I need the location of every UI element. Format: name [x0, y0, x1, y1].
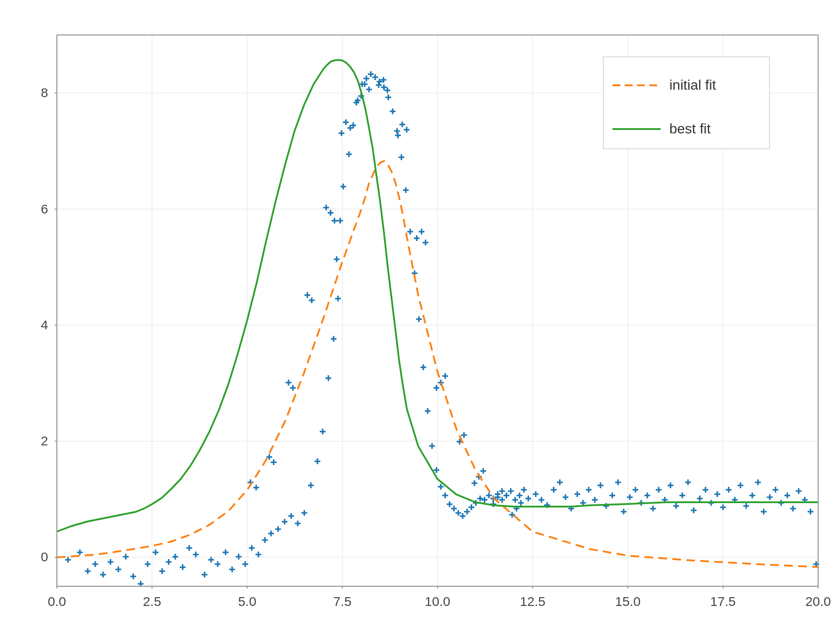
svg-text:+: + [429, 441, 435, 450]
svg-text:+: + [592, 495, 598, 504]
svg-text:+: + [340, 182, 346, 191]
svg-text:+: + [144, 559, 151, 568]
svg-text:+: + [201, 570, 208, 579]
svg-text:+: + [615, 477, 621, 486]
svg-text:+: + [84, 566, 91, 575]
svg-text:+: + [556, 477, 563, 486]
svg-text:+: + [130, 571, 136, 581]
svg-text:+: + [508, 486, 514, 495]
svg-text:+: + [65, 555, 71, 564]
svg-text:+: + [609, 490, 616, 500]
svg-text:+: + [366, 84, 372, 94]
svg-text:+: + [772, 485, 779, 494]
svg-text:12.5: 12.5 [520, 594, 545, 609]
svg-text:+: + [597, 480, 604, 490]
svg-text:+: + [288, 511, 294, 520]
svg-text:+: + [784, 490, 791, 500]
svg-text:+: + [422, 238, 429, 247]
legend-best-fit-label: best fit [669, 121, 710, 136]
svg-text:+: + [337, 216, 343, 225]
svg-text:+: + [107, 557, 114, 566]
svg-text:+: + [667, 480, 674, 490]
svg-text:+: + [333, 254, 340, 263]
svg-text:+: + [760, 507, 767, 516]
svg-text:+: + [325, 373, 332, 382]
svg-text:+: + [248, 543, 255, 552]
svg-text:+: + [394, 126, 400, 135]
legend-initial-fit-label: initial fit [669, 77, 716, 93]
svg-text:+: + [235, 552, 242, 561]
svg-text:+: + [290, 383, 296, 392]
svg-text:+: + [385, 92, 392, 102]
svg-text:+: + [790, 504, 796, 513]
svg-text:+: + [685, 477, 691, 486]
svg-text:0: 0 [41, 550, 48, 564]
svg-text:+: + [655, 485, 662, 494]
svg-text:+: + [420, 362, 427, 371]
svg-text:+: + [152, 547, 159, 556]
svg-text:+: + [186, 543, 192, 552]
svg-text:+: + [416, 314, 422, 323]
svg-text:+: + [294, 518, 301, 528]
svg-text:8: 8 [41, 85, 48, 100]
svg-text:+: + [644, 490, 651, 500]
svg-text:+: + [242, 559, 248, 568]
svg-text:+: + [159, 566, 165, 575]
svg-text:+: + [192, 550, 199, 559]
svg-text:+: + [330, 334, 337, 343]
svg-text:+: + [122, 552, 129, 561]
svg-text:+: + [92, 559, 98, 568]
main-chart: + + + + + + + + + + + + + + + + + + + + … [0, 0, 840, 630]
svg-text:+: + [179, 562, 186, 571]
svg-text:+: + [720, 502, 726, 511]
svg-text:+: + [308, 295, 315, 304]
svg-text:+: + [222, 547, 229, 556]
svg-text:+: + [270, 457, 277, 466]
svg-text:+: + [755, 477, 761, 486]
svg-text:+: + [807, 507, 814, 516]
svg-text:+: + [301, 508, 308, 517]
svg-text:+: + [737, 480, 744, 490]
svg-text:+: + [442, 490, 448, 500]
svg-text:6: 6 [41, 202, 48, 216]
svg-text:+: + [350, 120, 357, 130]
svg-text:+: + [314, 456, 321, 466]
svg-text:7.5: 7.5 [333, 594, 352, 609]
svg-text:+: + [403, 125, 410, 134]
svg-text:+: + [407, 227, 413, 236]
svg-text:+: + [381, 82, 387, 91]
svg-text:+: + [308, 480, 314, 490]
svg-text:+: + [550, 485, 557, 494]
svg-text:+: + [172, 552, 178, 561]
svg-text:+: + [749, 490, 756, 500]
svg-text:20.0: 20.0 [805, 594, 831, 609]
svg-text:10.0: 10.0 [425, 594, 450, 609]
svg-text:+: + [525, 494, 532, 503]
svg-text:+: + [338, 128, 345, 137]
svg-text:+: + [471, 478, 478, 487]
svg-text:+: + [214, 559, 221, 568]
svg-text:+: + [281, 517, 288, 526]
svg-text:+: + [253, 483, 259, 492]
svg-text:+: + [100, 570, 106, 579]
svg-text:+: + [795, 486, 802, 495]
svg-text:+: + [574, 489, 581, 498]
svg-text:+: + [562, 492, 569, 501]
svg-text:+: + [650, 504, 656, 513]
svg-text:+: + [319, 427, 326, 436]
svg-text:+: + [702, 485, 709, 494]
svg-text:+: + [165, 557, 172, 566]
svg-text:+: + [690, 505, 697, 514]
svg-text:+: + [229, 564, 235, 574]
svg-text:+: + [442, 371, 448, 380]
svg-text:+: + [725, 485, 732, 494]
svg-text:+: + [354, 95, 361, 105]
chart-container: + + + + + + + + + + + + + + + + + + + + … [0, 0, 840, 630]
svg-text:2: 2 [41, 434, 48, 448]
svg-text:+: + [402, 185, 409, 194]
svg-text:+: + [632, 485, 639, 494]
svg-text:+: + [115, 564, 122, 574]
svg-text:+: + [413, 233, 420, 242]
svg-text:+: + [433, 383, 440, 392]
svg-text:+: + [480, 466, 486, 475]
